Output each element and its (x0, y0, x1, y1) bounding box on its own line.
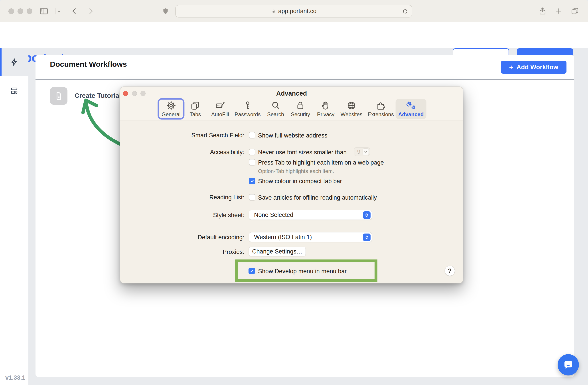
page-title: Document Workflows (50, 60, 127, 68)
toolbar-divider (55, 8, 56, 14)
tab-privacy-label: Privacy (317, 111, 335, 118)
sidebar-item-workflows-active[interactable] (0, 48, 28, 76)
window-minimize-button[interactable] (18, 8, 23, 14)
puzzle-icon (376, 101, 386, 111)
share-icon[interactable] (538, 7, 547, 16)
tab-general[interactable]: General (158, 98, 184, 120)
chat-widget-button[interactable] (558, 354, 579, 375)
hand-icon (321, 101, 331, 111)
tab-autofill[interactable]: AutoFill (209, 98, 232, 120)
tab-overview-icon[interactable] (571, 7, 579, 15)
reading-list-label: Reading List: (120, 194, 244, 201)
autofill-icon (215, 101, 225, 111)
style-sheet-label: Style sheet: (120, 211, 244, 219)
default-encoding-select[interactable]: Western (ISO Latin 1) (249, 232, 372, 242)
font-size-value: 9 (354, 148, 363, 156)
save-articles-checkbox[interactable] (249, 194, 255, 201)
back-icon[interactable] (71, 7, 78, 15)
sidebar-toggle-icon[interactable] (39, 6, 49, 16)
check-icon (250, 269, 254, 273)
dialog-titlebar: Advanced General Tabs (120, 87, 463, 121)
app-sidebar: v1.33.1 (0, 48, 28, 385)
tab-websites-label: Websites (341, 111, 362, 118)
default-encoding-value: Western (ISO Latin 1) (254, 232, 312, 242)
document-icon (54, 91, 64, 101)
tabs-icon (190, 101, 200, 111)
tab-websites[interactable]: Websites (338, 98, 365, 120)
tab-privacy[interactable]: Privacy (315, 98, 337, 120)
window-zoom-button[interactable] (27, 8, 32, 14)
tab-tabs-label: Tabs (190, 111, 201, 118)
safari-preferences-dialog: Advanced General Tabs (120, 86, 463, 284)
style-sheet-value: None Selected (254, 210, 293, 220)
app-version: v1.33.1 (5, 374, 25, 381)
check-icon (250, 179, 254, 183)
tab-passwords-label: Passwords (234, 111, 260, 118)
tab-advanced-label: Advanced (398, 111, 424, 118)
style-sheet-select[interactable]: None Selected (249, 210, 372, 220)
dialog-title: Advanced (120, 90, 463, 97)
tab-advanced[interactable]: Advanced (396, 99, 426, 119)
show-colour-label: Show colour in compact tab bar (258, 177, 342, 185)
help-button[interactable]: ? (445, 266, 455, 276)
screenshot-root: app.portant.co (0, 0, 588, 385)
globe-icon (346, 101, 357, 111)
tab-extensions-label: Extensions (368, 111, 394, 118)
default-encoding-label: Default encoding: (120, 234, 244, 241)
shield-icon[interactable] (162, 7, 169, 15)
header-divider (36, 79, 574, 80)
smart-search-field-label: Smart Search Field: (120, 132, 244, 139)
reload-icon[interactable] (402, 8, 408, 15)
address-bar[interactable]: app.portant.co (175, 5, 412, 18)
show-full-address-checkbox[interactable] (249, 132, 255, 138)
tab-tabs[interactable]: Tabs (187, 98, 204, 120)
chevron-down-icon[interactable] (57, 9, 61, 14)
tab-security[interactable]: Security (288, 98, 313, 120)
tab-autofill-label: AutoFill (211, 111, 229, 118)
press-tab-label: Press Tab to highlight each item on a we… (258, 159, 384, 166)
accessibility-label: Accessibility: (120, 148, 244, 156)
chevron-down-icon (363, 148, 369, 155)
font-size-label: Never use font sizes smaller than (258, 149, 347, 156)
new-tab-icon[interactable] (555, 7, 563, 15)
workflow-doc-icon (50, 87, 67, 105)
select-caret-icon (363, 211, 371, 219)
annotation-arrow (80, 97, 126, 148)
add-workflow-button[interactable]: + Add Workflow (501, 61, 567, 74)
tab-passwords[interactable]: Passwords (232, 98, 263, 120)
window-close-button[interactable] (8, 8, 14, 14)
plus-icon: + (509, 63, 513, 72)
forward-icon[interactable] (87, 7, 95, 15)
help-label: ? (448, 267, 452, 274)
show-colour-checkbox[interactable] (249, 178, 255, 184)
active-indicator (0, 48, 1, 76)
search-icon (271, 101, 281, 111)
key-icon (243, 101, 253, 111)
option-tab-note: Option-Tab highlights each item. (258, 168, 334, 175)
add-workflow-label: Add Workflow (517, 64, 558, 71)
show-full-address-label: Show full website address (258, 132, 327, 139)
change-settings-label: Change Settings… (252, 248, 302, 255)
gear-icon (166, 101, 176, 111)
font-size-checkbox[interactable] (249, 149, 255, 155)
lightning-icon (10, 58, 19, 66)
tab-search[interactable]: Search (265, 98, 287, 120)
show-develop-menu-checkbox[interactable] (249, 268, 255, 274)
advanced-gears-icon (405, 101, 417, 111)
site-header: portant Log In Sign Up (0, 22, 588, 48)
save-articles-label: Save articles for offline reading automa… (258, 194, 377, 201)
chat-bubble-icon (563, 359, 574, 371)
change-settings-button[interactable]: Change Settings… (249, 247, 306, 256)
tab-extensions[interactable]: Extensions (365, 98, 396, 120)
tab-security-label: Security (291, 111, 310, 118)
press-tab-checkbox[interactable] (249, 159, 255, 165)
lock-icon (271, 9, 276, 14)
tab-search-label: Search (267, 111, 284, 118)
browser-toolbar: app.portant.co (0, 0, 588, 22)
select-caret-icon (363, 234, 371, 241)
sidebar-item-templates[interactable] (10, 86, 19, 95)
tab-general-label: General (162, 111, 180, 118)
proxies-label: Proxies: (120, 248, 244, 256)
font-size-select[interactable]: 9 (354, 147, 370, 156)
lock-icon (295, 101, 306, 111)
